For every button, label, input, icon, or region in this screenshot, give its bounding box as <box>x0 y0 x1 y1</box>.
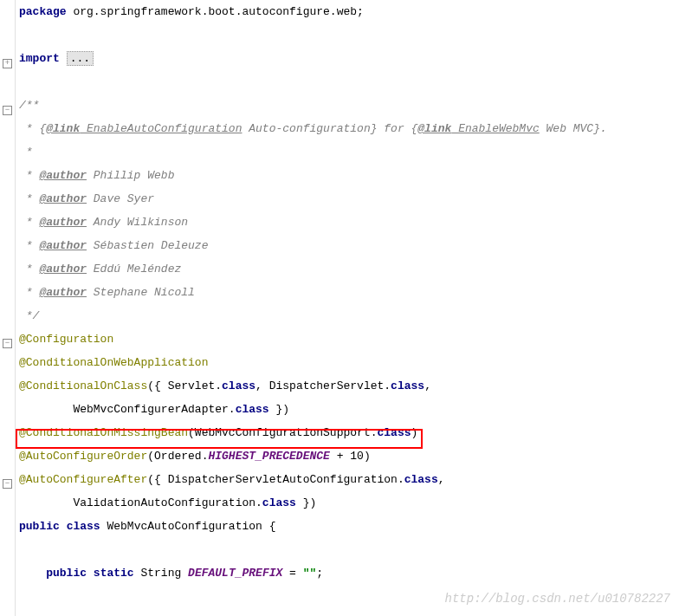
javadoc-text: * { <box>19 122 46 135</box>
keyword: public <box>19 520 60 533</box>
code-text: + 10) <box>330 450 371 463</box>
gutter: + − − − <box>0 0 16 616</box>
author-name: Sébastien Deleuze <box>87 239 208 252</box>
javadoc-link: EnableAutoConfiguration <box>80 122 242 135</box>
code-text: ({ DispatcherServletAutoConfiguration. <box>147 473 404 486</box>
code-text: , DispatcherServlet. <box>255 379 391 392</box>
javadoc-text: Web MVC}. <box>540 122 607 135</box>
code-text: }) <box>269 403 289 416</box>
author-tag: @author <box>39 263 87 276</box>
code-text: = <box>282 567 302 580</box>
code-editor: + − − − package org.springframework.boot… <box>0 0 679 616</box>
author-name: Phillip Webb <box>87 169 174 182</box>
code-text: (Ordered. <box>147 450 208 463</box>
fold-collapse-icon[interactable]: − <box>3 339 12 348</box>
import-fold[interactable]: ... <box>67 51 94 66</box>
code-area[interactable]: package org.springframework.boot.autocon… <box>16 0 679 616</box>
annotation: @ConditionalOnWebApplication <box>19 356 208 369</box>
class-name: WebMvcAutoConfiguration { <box>100 520 276 533</box>
fold-collapse-icon[interactable]: − <box>3 106 12 115</box>
code-text: , <box>424 379 431 392</box>
package-statement: org.springframework.boot.autoconfigure.w… <box>67 5 364 18</box>
keyword: import <box>19 52 60 65</box>
string-literal: "" <box>303 567 317 580</box>
javadoc-link: EnableWebMvc <box>451 122 539 135</box>
javadoc-tag: @link <box>417 122 451 135</box>
keyword: package <box>19 5 67 18</box>
annotation: @AutoConfigureOrder <box>19 450 147 463</box>
author-tag: @author <box>39 216 87 229</box>
fold-collapse-icon[interactable]: − <box>3 479 12 489</box>
keyword: class <box>67 520 100 533</box>
author-tag: @author <box>39 239 87 252</box>
annotation: @ConditionalOnClass <box>19 379 147 392</box>
code-text: ({ Servlet. <box>147 379 222 392</box>
javadoc-text: Auto-configuration} for { <box>242 122 417 135</box>
code-text: ValidationAutoConfiguration. <box>19 496 262 509</box>
code-text: WebMvcConfigurerAdapter. <box>19 403 236 416</box>
author-tag: @author <box>39 286 87 299</box>
javadoc-close: */ <box>19 304 679 327</box>
annotation: @AutoConfigureAfter <box>19 473 147 486</box>
watermark: http://blog.csdn.net/u010782227 <box>445 587 670 611</box>
code-text: , <box>438 473 445 486</box>
javadoc-tag: @link <box>46 122 80 135</box>
keyword: class <box>222 379 255 392</box>
highlight-box <box>16 429 423 449</box>
javadoc-open: /** <box>19 94 679 117</box>
author-tag: @author <box>39 169 87 182</box>
code-text: String <box>134 567 188 580</box>
author-name: Dave Syer <box>87 192 154 205</box>
constant: DEFAULT_PREFIX <box>188 567 282 580</box>
constant: HIGHEST_PRECEDENCE <box>208 450 329 463</box>
javadoc-line: * <box>19 140 679 164</box>
keyword: class <box>236 403 269 416</box>
code-text: ; <box>316 567 323 580</box>
author-tag: @author <box>39 192 87 205</box>
keyword: public <box>46 567 87 580</box>
keyword: class <box>262 496 296 509</box>
keyword: static <box>94 567 134 580</box>
keyword: class <box>404 473 438 486</box>
keyword: class <box>391 379 424 392</box>
fold-expand-icon[interactable]: + <box>3 59 12 68</box>
annotation: @Configuration <box>19 333 113 346</box>
author-name: Eddú Meléndez <box>87 263 181 276</box>
code-text: }) <box>296 496 316 509</box>
author-name: Stephane Nicoll <box>87 286 195 299</box>
author-name: Andy Wilkinson <box>87 216 188 229</box>
